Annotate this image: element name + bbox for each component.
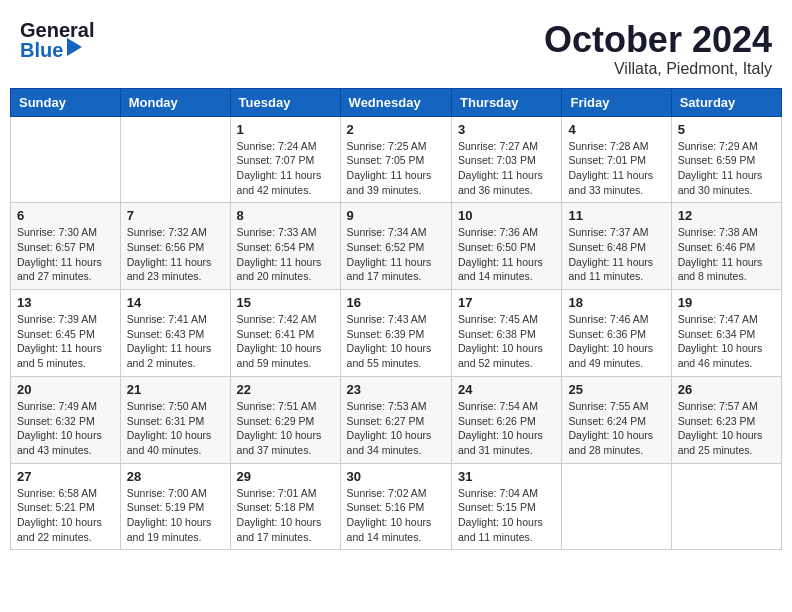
day-info: Sunrise: 7:32 AM Sunset: 6:56 PM Dayligh… (127, 225, 224, 284)
day-info: Sunrise: 7:47 AM Sunset: 6:34 PM Dayligh… (678, 312, 775, 371)
day-number: 23 (347, 382, 445, 397)
calendar-day-cell: 21Sunrise: 7:50 AM Sunset: 6:31 PM Dayli… (120, 376, 230, 463)
calendar-day-cell: 29Sunrise: 7:01 AM Sunset: 5:18 PM Dayli… (230, 463, 340, 550)
calendar-day-cell (562, 463, 671, 550)
day-number: 18 (568, 295, 664, 310)
calendar-day-cell: 25Sunrise: 7:55 AM Sunset: 6:24 PM Dayli… (562, 376, 671, 463)
day-info: Sunrise: 7:01 AM Sunset: 5:18 PM Dayligh… (237, 486, 334, 545)
day-number: 4 (568, 122, 664, 137)
day-info: Sunrise: 7:33 AM Sunset: 6:54 PM Dayligh… (237, 225, 334, 284)
month-title: October 2024 (544, 20, 772, 60)
calendar-day-cell: 4Sunrise: 7:28 AM Sunset: 7:01 PM Daylig… (562, 116, 671, 203)
day-info: Sunrise: 7:57 AM Sunset: 6:23 PM Dayligh… (678, 399, 775, 458)
day-info: Sunrise: 7:49 AM Sunset: 6:32 PM Dayligh… (17, 399, 114, 458)
day-number: 20 (17, 382, 114, 397)
day-number: 16 (347, 295, 445, 310)
calendar-header-cell: Wednesday (340, 88, 451, 116)
day-info: Sunrise: 7:45 AM Sunset: 6:38 PM Dayligh… (458, 312, 555, 371)
calendar-day-cell: 10Sunrise: 7:36 AM Sunset: 6:50 PM Dayli… (452, 203, 562, 290)
calendar-header-cell: Friday (562, 88, 671, 116)
calendar-day-cell: 24Sunrise: 7:54 AM Sunset: 6:26 PM Dayli… (452, 376, 562, 463)
day-info: Sunrise: 7:55 AM Sunset: 6:24 PM Dayligh… (568, 399, 664, 458)
day-info: Sunrise: 7:42 AM Sunset: 6:41 PM Dayligh… (237, 312, 334, 371)
day-number: 9 (347, 208, 445, 223)
calendar-day-cell: 15Sunrise: 7:42 AM Sunset: 6:41 PM Dayli… (230, 290, 340, 377)
calendar-day-cell: 18Sunrise: 7:46 AM Sunset: 6:36 PM Dayli… (562, 290, 671, 377)
day-number: 22 (237, 382, 334, 397)
calendar-header-cell: Tuesday (230, 88, 340, 116)
day-info: Sunrise: 7:39 AM Sunset: 6:45 PM Dayligh… (17, 312, 114, 371)
day-number: 5 (678, 122, 775, 137)
day-number: 14 (127, 295, 224, 310)
calendar-day-cell: 5Sunrise: 7:29 AM Sunset: 6:59 PM Daylig… (671, 116, 781, 203)
day-number: 24 (458, 382, 555, 397)
calendar-day-cell (11, 116, 121, 203)
day-info: Sunrise: 7:04 AM Sunset: 5:15 PM Dayligh… (458, 486, 555, 545)
calendar-day-cell: 6Sunrise: 7:30 AM Sunset: 6:57 PM Daylig… (11, 203, 121, 290)
day-number: 8 (237, 208, 334, 223)
day-info: Sunrise: 7:51 AM Sunset: 6:29 PM Dayligh… (237, 399, 334, 458)
calendar-day-cell: 11Sunrise: 7:37 AM Sunset: 6:48 PM Dayli… (562, 203, 671, 290)
calendar-week-row: 13Sunrise: 7:39 AM Sunset: 6:45 PM Dayli… (11, 290, 782, 377)
day-number: 10 (458, 208, 555, 223)
day-number: 7 (127, 208, 224, 223)
calendar-day-cell: 12Sunrise: 7:38 AM Sunset: 6:46 PM Dayli… (671, 203, 781, 290)
calendar-header-cell: Monday (120, 88, 230, 116)
logo: General Blue (20, 20, 94, 60)
day-info: Sunrise: 7:43 AM Sunset: 6:39 PM Dayligh… (347, 312, 445, 371)
calendar-day-cell (120, 116, 230, 203)
day-number: 25 (568, 382, 664, 397)
calendar-header-row: SundayMondayTuesdayWednesdayThursdayFrid… (11, 88, 782, 116)
day-number: 17 (458, 295, 555, 310)
calendar-week-row: 6Sunrise: 7:30 AM Sunset: 6:57 PM Daylig… (11, 203, 782, 290)
day-info: Sunrise: 7:50 AM Sunset: 6:31 PM Dayligh… (127, 399, 224, 458)
calendar-day-cell: 3Sunrise: 7:27 AM Sunset: 7:03 PM Daylig… (452, 116, 562, 203)
calendar-day-cell: 16Sunrise: 7:43 AM Sunset: 6:39 PM Dayli… (340, 290, 451, 377)
calendar-day-cell: 27Sunrise: 6:58 AM Sunset: 5:21 PM Dayli… (11, 463, 121, 550)
day-number: 2 (347, 122, 445, 137)
day-info: Sunrise: 7:38 AM Sunset: 6:46 PM Dayligh… (678, 225, 775, 284)
calendar-day-cell: 20Sunrise: 7:49 AM Sunset: 6:32 PM Dayli… (11, 376, 121, 463)
day-info: Sunrise: 7:46 AM Sunset: 6:36 PM Dayligh… (568, 312, 664, 371)
day-number: 3 (458, 122, 555, 137)
day-info: Sunrise: 7:34 AM Sunset: 6:52 PM Dayligh… (347, 225, 445, 284)
day-info: Sunrise: 7:41 AM Sunset: 6:43 PM Dayligh… (127, 312, 224, 371)
day-number: 12 (678, 208, 775, 223)
day-info: Sunrise: 7:25 AM Sunset: 7:05 PM Dayligh… (347, 139, 445, 198)
day-number: 15 (237, 295, 334, 310)
day-info: Sunrise: 7:27 AM Sunset: 7:03 PM Dayligh… (458, 139, 555, 198)
calendar-day-cell: 28Sunrise: 7:00 AM Sunset: 5:19 PM Dayli… (120, 463, 230, 550)
calendar-day-cell: 1Sunrise: 7:24 AM Sunset: 7:07 PM Daylig… (230, 116, 340, 203)
day-info: Sunrise: 6:58 AM Sunset: 5:21 PM Dayligh… (17, 486, 114, 545)
day-number: 19 (678, 295, 775, 310)
day-number: 29 (237, 469, 334, 484)
calendar-day-cell: 9Sunrise: 7:34 AM Sunset: 6:52 PM Daylig… (340, 203, 451, 290)
calendar-day-cell: 14Sunrise: 7:41 AM Sunset: 6:43 PM Dayli… (120, 290, 230, 377)
location-subtitle: Villata, Piedmont, Italy (544, 60, 772, 78)
calendar-day-cell: 2Sunrise: 7:25 AM Sunset: 7:05 PM Daylig… (340, 116, 451, 203)
calendar-day-cell: 7Sunrise: 7:32 AM Sunset: 6:56 PM Daylig… (120, 203, 230, 290)
day-number: 11 (568, 208, 664, 223)
calendar-week-row: 20Sunrise: 7:49 AM Sunset: 6:32 PM Dayli… (11, 376, 782, 463)
day-info: Sunrise: 7:29 AM Sunset: 6:59 PM Dayligh… (678, 139, 775, 198)
day-number: 27 (17, 469, 114, 484)
day-info: Sunrise: 7:00 AM Sunset: 5:19 PM Dayligh… (127, 486, 224, 545)
day-info: Sunrise: 7:24 AM Sunset: 7:07 PM Dayligh… (237, 139, 334, 198)
calendar-day-cell: 31Sunrise: 7:04 AM Sunset: 5:15 PM Dayli… (452, 463, 562, 550)
logo-chevron-icon (67, 38, 82, 56)
day-info: Sunrise: 7:02 AM Sunset: 5:16 PM Dayligh… (347, 486, 445, 545)
calendar-day-cell: 26Sunrise: 7:57 AM Sunset: 6:23 PM Dayli… (671, 376, 781, 463)
day-number: 26 (678, 382, 775, 397)
day-number: 31 (458, 469, 555, 484)
day-info: Sunrise: 7:36 AM Sunset: 6:50 PM Dayligh… (458, 225, 555, 284)
logo-general-text: General (20, 20, 94, 40)
calendar-day-cell: 8Sunrise: 7:33 AM Sunset: 6:54 PM Daylig… (230, 203, 340, 290)
day-info: Sunrise: 7:30 AM Sunset: 6:57 PM Dayligh… (17, 225, 114, 284)
calendar-day-cell: 13Sunrise: 7:39 AM Sunset: 6:45 PM Dayli… (11, 290, 121, 377)
calendar-header-cell: Saturday (671, 88, 781, 116)
day-number: 6 (17, 208, 114, 223)
title-section: October 2024 Villata, Piedmont, Italy (544, 20, 772, 78)
calendar-day-cell: 19Sunrise: 7:47 AM Sunset: 6:34 PM Dayli… (671, 290, 781, 377)
calendar-table: SundayMondayTuesdayWednesdayThursdayFrid… (10, 88, 782, 551)
calendar-week-row: 27Sunrise: 6:58 AM Sunset: 5:21 PM Dayli… (11, 463, 782, 550)
